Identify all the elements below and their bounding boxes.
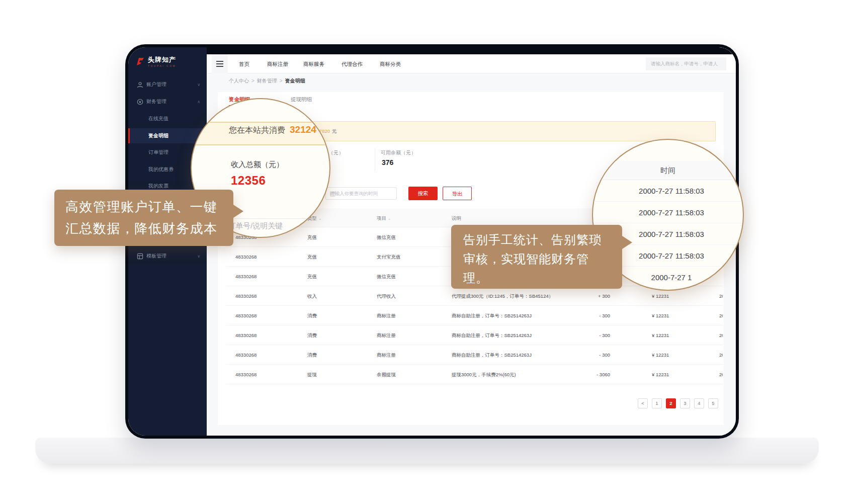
cell-amount: - 300 <box>548 313 610 318</box>
breadcrumb: 个人中心>财务管理>资金明细 <box>207 73 736 88</box>
stat-available-label: 可用余额（元） <box>381 149 416 156</box>
notice-small-value: 7820 <box>319 128 330 134</box>
nav-tab-home[interactable]: 首页 <box>239 54 249 73</box>
table-row[interactable]: 48330268 消费 商标注册 商标自助注册，订单号：SB2514263J -… <box>226 306 723 325</box>
nav-tab-agency[interactable]: 代理合作 <box>342 54 363 73</box>
cell-item: 代理收入 <box>377 293 396 300</box>
search-button[interactable]: 搜索 <box>408 187 438 200</box>
cell-type: 消费 <box>307 313 317 319</box>
stat-expense-label-fragment: （元） <box>328 149 344 156</box>
sidebar-item-online-recharge[interactable]: 在线充值 <box>128 111 207 126</box>
magnified-time-header: 时间 <box>593 161 743 180</box>
brand-logo-icon <box>135 56 145 66</box>
cell-desc: 代理提成300元（ID:1245，订单号：SB45124） <box>452 293 553 300</box>
chevron-down-icon: ∨ <box>197 82 200 87</box>
sidebar-item-label: 资金明细 <box>148 132 168 139</box>
table-row[interactable]: 48330268 收入 代理收入 代理提成300元（ID:1245，订单号：SB… <box>226 286 723 306</box>
global-search-input[interactable]: 请输入商标名，申请号，申请人 <box>646 57 726 70</box>
bezel-top-strip <box>207 47 736 54</box>
template-icon <box>137 253 143 260</box>
cell-type: 消费 <box>307 332 317 339</box>
sidebar-item-templates[interactable]: 模板管理 ∨ <box>128 248 207 264</box>
sort-caret-icon: ⌄ <box>388 216 391 221</box>
table-row[interactable]: 48330268 消费 商标注册 商标自助注册，订单号：SB2514263J -… <box>226 325 723 345</box>
finance-icon <box>137 99 143 105</box>
pagination-page-3[interactable]: 3 <box>680 398 690 408</box>
sidebar-item-account[interactable]: 账户管理 ∨ <box>128 77 207 92</box>
notice-unit: 元 <box>332 128 337 135</box>
sidebar-item-finance[interactable]: 财务管理 ∧ <box>128 94 207 109</box>
pagination-page-1[interactable]: 1 <box>652 398 662 408</box>
cell-balance: ¥ 12231 <box>652 352 669 358</box>
magnified-income-label: 收入总额（元） <box>231 160 284 170</box>
cell-order: 48330268 <box>235 332 257 338</box>
laptop-base <box>35 438 819 464</box>
pagination: < 1 2 3 4 5 <box>638 398 718 408</box>
chevron-down-icon: ∨ <box>197 254 200 259</box>
tab-withdraw-details[interactable]: 提现明细 <box>291 96 312 103</box>
nav-tab-trademark-svc[interactable]: 商标服务 <box>303 54 324 73</box>
magnified-time-cell: 2000-7-27 11:58:03 <box>593 202 743 223</box>
table-row[interactable]: 48330268 提现 余额提现 提现3000元，手续费2%(60元) - 30… <box>226 365 723 384</box>
consumption-notice-text: 您在本站共消费 32124 7820 元 <box>229 124 336 136</box>
cell-type: 提现 <box>307 372 317 378</box>
breadcrumb-item[interactable]: 财务管理 <box>257 78 277 83</box>
cell-item: 商标注册 <box>377 313 396 319</box>
magnified-keyword-placeholder: 订单号/说明关键 <box>228 221 283 231</box>
breadcrumb-separator: > <box>251 78 254 83</box>
pagination-page-5[interactable]: 5 <box>708 398 718 408</box>
cell-order: 48330268 <box>235 274 257 279</box>
cell-desc: 商标自助注册，订单号：SB2514263J <box>452 332 532 339</box>
calendar-icon[interactable] <box>330 191 393 197</box>
callout-arrow-right <box>622 236 632 249</box>
sidebar-item-label: 我的发票 <box>148 183 168 190</box>
cell-item: 余额提现 <box>377 372 396 378</box>
callout-right-tooltip: 告别手工统计、告别繁琐 审核，实现智能财务管 理。 <box>451 225 622 289</box>
sort-caret-icon: ⌄ <box>318 216 322 221</box>
stat-divider <box>375 148 375 172</box>
brand-logo[interactable]: 头牌知产 TOUPAI.COM <box>135 56 176 67</box>
hamburger-menu-icon[interactable] <box>212 54 228 73</box>
callout-text: 汇总数据，降低财务成本 <box>65 218 222 239</box>
pagination-page-2-active[interactable]: 2 <box>666 398 676 408</box>
nav-tab-trademark-reg[interactable]: 商标注册 <box>267 54 288 73</box>
cell-time: 2000-7-27 11:58:03 <box>719 372 723 377</box>
col-item-header[interactable]: 项目⌄ <box>377 215 391 222</box>
pagination-page-4[interactable]: 4 <box>694 398 704 408</box>
sidebar-item-fund-details[interactable]: 资金明细 <box>128 128 207 143</box>
cell-item: 商标注册 <box>377 352 396 359</box>
callout-text: 高效管理账户订单、一键 <box>65 196 222 218</box>
table-row[interactable]: 48330268 消费 商标注册 商标自助注册，订单号：SB2514263J -… <box>226 345 723 365</box>
cell-item: 商标注册 <box>377 332 396 339</box>
user-icon <box>137 81 143 88</box>
export-button[interactable]: 导出 <box>443 187 472 200</box>
pagination-prev-button[interactable]: < <box>638 398 648 408</box>
cell-balance: ¥ 12231 <box>652 293 669 299</box>
sidebar-item-label: 模板管理 <box>146 253 166 260</box>
cell-item: 微信充值 <box>377 274 396 280</box>
breadcrumb-separator: > <box>280 78 283 83</box>
notice-label: 您在本站共消费 <box>229 125 285 136</box>
nav-tab-classify[interactable]: 商标分类 <box>380 54 401 73</box>
cell-time: 2000-7-27 11:58:03 <box>719 293 723 299</box>
cell-order: 48330268 <box>235 293 257 299</box>
cell-desc: 商标自助注册，订单号：SB2514263J <box>452 352 532 359</box>
cell-amount: - 300 <box>548 332 610 338</box>
breadcrumb-item[interactable]: 个人中心 <box>229 78 249 83</box>
cell-time: 2000-7-27 11:58:03 <box>719 332 723 338</box>
magnified-time-cell: 2000-7-27 11:58:03 <box>593 180 743 202</box>
notice-highlight-value: 32124 <box>290 124 316 135</box>
cell-amount: + 300 <box>548 293 610 299</box>
callout-text: 审核，实现智能财务管 <box>463 249 610 269</box>
time-query-input[interactable]: 请输入你要查询的时间 <box>325 187 397 200</box>
cell-type: 收入 <box>307 293 317 300</box>
callout-arrow-right <box>233 205 243 218</box>
cell-type: 充值 <box>307 234 317 241</box>
callout-text: 理。 <box>463 269 610 288</box>
cell-type: 充值 <box>307 274 317 280</box>
breadcrumb-current: 资金明细 <box>285 78 305 83</box>
brand-tagline: TOUPAI.COM <box>148 64 176 67</box>
cell-balance: ¥ 12231 <box>652 332 669 338</box>
cell-type: 消费 <box>307 352 317 359</box>
cell-type: 充值 <box>307 254 317 261</box>
